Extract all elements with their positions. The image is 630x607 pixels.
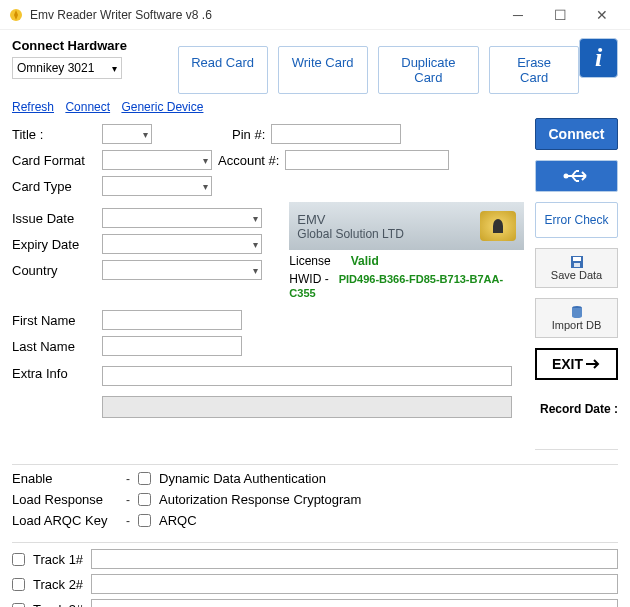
- track2-input[interactable]: [91, 574, 618, 594]
- extra-info-readonly: [102, 396, 512, 418]
- write-card-button[interactable]: Write Card: [278, 46, 368, 94]
- arc-label: Autorization Response Cryptogram: [159, 492, 361, 507]
- exit-label: EXIT: [552, 356, 583, 372]
- floppy-icon: [570, 255, 584, 269]
- track1-checkbox[interactable]: [12, 553, 25, 566]
- chip-icon: [480, 211, 516, 241]
- separator-2: [12, 542, 618, 543]
- exit-button[interactable]: EXIT: [535, 348, 618, 380]
- enable-label: Enable: [12, 471, 118, 486]
- first-name-label: First Name: [12, 313, 96, 328]
- track1-label: Track 1#: [33, 552, 83, 567]
- database-icon: [570, 305, 584, 319]
- save-data-button[interactable]: Save Data: [535, 248, 618, 288]
- banner-line2: Global Solution LTD: [297, 227, 472, 241]
- refresh-link[interactable]: Refresh: [12, 100, 54, 114]
- expiry-date-select[interactable]: [102, 234, 262, 254]
- record-date-label: Record Date :: [535, 402, 618, 416]
- country-label: Country: [12, 263, 96, 278]
- erase-card-button[interactable]: Erase Card: [489, 46, 579, 94]
- connect-button[interactable]: Connect: [535, 118, 618, 150]
- load-response-label: Load Response: [12, 492, 118, 507]
- extra-info-label: Extra Info: [12, 366, 96, 381]
- track1-input[interactable]: [91, 549, 618, 569]
- info-button[interactable]: i: [579, 38, 618, 78]
- close-button[interactable]: ✕: [582, 1, 622, 29]
- license-row: License Valid: [289, 254, 527, 268]
- usb-icon: [562, 167, 592, 185]
- track2-checkbox[interactable]: [12, 578, 25, 591]
- extra-info-input[interactable]: [102, 366, 512, 386]
- load-arqc-label: Load ARQC Key: [12, 513, 118, 528]
- issue-date-select[interactable]: [102, 208, 262, 228]
- hwid-label: HWID -: [289, 272, 328, 286]
- exit-arrow-icon: [585, 357, 601, 371]
- connect-link[interactable]: Connect: [65, 100, 110, 114]
- window-title: Emv Reader Writer Software v8 .6: [30, 8, 498, 22]
- country-select[interactable]: [102, 260, 262, 280]
- minimize-button[interactable]: ─: [498, 1, 538, 29]
- read-card-button[interactable]: Read Card: [178, 46, 268, 94]
- separator-1: [12, 464, 618, 465]
- record-date-field: [535, 430, 618, 450]
- account-input[interactable]: [285, 150, 449, 170]
- arqc-checkbox[interactable]: [138, 514, 151, 527]
- dda-checkbox[interactable]: [138, 472, 151, 485]
- issue-date-label: Issue Date: [12, 211, 96, 226]
- hardware-select[interactable]: Omnikey 3021 ▾: [12, 57, 122, 79]
- generic-device-link[interactable]: Generic Device: [121, 100, 203, 114]
- maximize-button[interactable]: ☐: [540, 1, 580, 29]
- track3-label: Track 3#: [33, 602, 83, 608]
- license-label: License: [289, 254, 330, 268]
- arc-checkbox[interactable]: [138, 493, 151, 506]
- track2-label: Track 2#: [33, 577, 83, 592]
- track3-checkbox[interactable]: [12, 603, 25, 608]
- license-status: Valid: [351, 254, 379, 268]
- card-format-select[interactable]: [102, 150, 212, 170]
- expiry-date-label: Expiry Date: [12, 237, 96, 252]
- svg-rect-4: [574, 263, 580, 267]
- account-label: Account #:: [218, 153, 279, 168]
- hwid-row: HWID - PID496-B366-FD85-B713-B7AA-C355: [289, 272, 527, 300]
- duplicate-card-button[interactable]: Duplicate Card: [378, 46, 480, 94]
- connect-hardware-heading: Connect Hardware: [12, 38, 158, 53]
- title-label: Title :: [12, 127, 96, 142]
- track3-input[interactable]: [91, 599, 618, 607]
- hardware-links: Refresh Connect Generic Device: [12, 100, 618, 114]
- title-select[interactable]: [102, 124, 152, 144]
- titlebar: Emv Reader Writer Software v8 .6 ─ ☐ ✕: [0, 0, 630, 30]
- card-format-label: Card Format: [12, 153, 96, 168]
- hardware-selected-value: Omnikey 3021: [17, 61, 94, 75]
- app-icon: [8, 7, 24, 23]
- arqc-label: ARQC: [159, 513, 197, 528]
- last-name-label: Last Name: [12, 339, 96, 354]
- svg-point-1: [563, 174, 568, 179]
- chevron-down-icon: ▾: [112, 63, 117, 74]
- svg-rect-3: [573, 257, 581, 261]
- save-data-label: Save Data: [551, 269, 602, 281]
- last-name-input[interactable]: [102, 336, 242, 356]
- import-db-label: Import DB: [552, 319, 602, 331]
- import-db-button[interactable]: Import DB: [535, 298, 618, 338]
- pin-input[interactable]: [271, 124, 401, 144]
- error-check-button[interactable]: Error Check: [535, 202, 618, 238]
- usb-button[interactable]: [535, 160, 618, 192]
- card-type-label: Card Type: [12, 179, 96, 194]
- dda-label: Dynamic Data Authentication: [159, 471, 326, 486]
- first-name-input[interactable]: [102, 310, 242, 330]
- card-type-select[interactable]: [102, 176, 212, 196]
- banner-line1: EMV: [297, 212, 472, 227]
- pin-label: Pin #:: [232, 127, 265, 142]
- emv-banner: EMV Global Solution LTD: [289, 202, 524, 250]
